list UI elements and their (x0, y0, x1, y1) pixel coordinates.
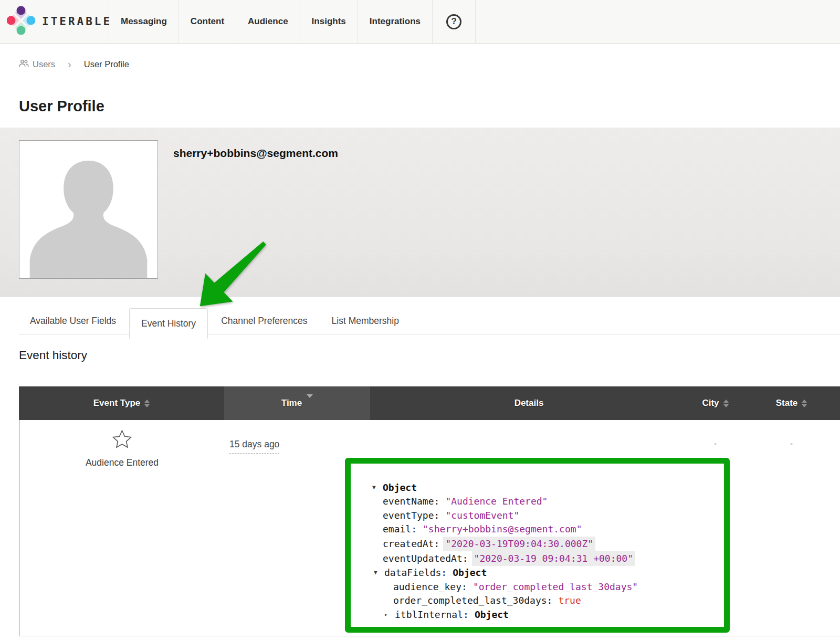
json-value-highlighted: "2020-03-19 09:04:31 +00:00" (472, 551, 635, 566)
help-icon: ? (446, 14, 461, 29)
json-value: "Audience Entered" (445, 495, 548, 508)
sort-desc-icon (307, 398, 313, 408)
state-value: - (790, 439, 793, 448)
column-label: City (702, 398, 719, 408)
json-key: eventName: (383, 495, 439, 508)
relative-time[interactable]: 15 days ago (229, 439, 279, 454)
sort-icon (802, 400, 807, 407)
json-line: audience_key: "order_completed_last_30da… (372, 580, 719, 594)
json-value: "order_completed_last_30days" (473, 580, 638, 594)
section-heading: Event history (19, 349, 87, 362)
city-value: - (714, 439, 717, 448)
json-object-label: Object (453, 566, 487, 580)
tab-label: Available User Fields (30, 316, 116, 327)
json-value: "sherry+bobbins@segment.com" (423, 522, 582, 536)
annotation-highlight-box: ▼ Object eventName: "Audience Entered" e… (345, 458, 730, 633)
json-value-boolean: true (558, 594, 581, 607)
json-value: "customEvent" (445, 509, 519, 522)
json-key: itblInternal: (395, 608, 469, 622)
json-key: email: (383, 522, 417, 536)
iterable-logo[interactable]: ITERABLE (0, 0, 109, 43)
json-line: eventType: "customEvent" (372, 509, 719, 522)
tab-list-membership[interactable]: List Membership (319, 308, 410, 334)
json-line: email: "sherry+bobbins@segment.com" (372, 522, 719, 536)
help-button[interactable]: ? (433, 0, 476, 43)
json-object-label: Object (475, 608, 509, 622)
breadcrumb-users-link[interactable]: Users (19, 59, 55, 69)
sort-icon (723, 400, 729, 407)
brand-name: ITERABLE (42, 15, 112, 28)
json-line-itblinternal: ▸ itblInternal: Object (372, 608, 719, 622)
tab-label: List Membership (332, 316, 399, 327)
nav-item-insights[interactable]: Insights (300, 0, 358, 43)
json-key: dataFields: (384, 566, 447, 580)
collapse-toggle-icon[interactable]: ▼ (372, 481, 383, 495)
json-line: order_completed_last_30days: true (372, 594, 719, 607)
json-line-root: ▼ Object (372, 481, 719, 495)
nav-item-content[interactable]: Content (179, 0, 236, 43)
json-key: eventType: (383, 509, 439, 522)
nav-item-messaging[interactable]: Messaging (109, 0, 179, 43)
column-header-city[interactable]: City (688, 386, 743, 420)
column-label: State (776, 398, 798, 408)
tab-label: Event History (141, 318, 196, 329)
json-line: createdAt: "2020-03-19T09:04:30.000Z" (372, 537, 719, 551)
event-type-label: Audience Entered (86, 457, 159, 468)
nav-item-label: Integrations (370, 16, 421, 27)
user-profile-page: ITERABLE Messaging Content Audience Insi… (0, 0, 840, 640)
breadcrumb-users-label: Users (33, 59, 55, 69)
json-object-label: Object (383, 481, 417, 495)
nav-item-label: Messaging (121, 16, 167, 27)
collapse-toggle-icon[interactable]: ▼ (374, 566, 384, 580)
json-line: eventUpdatedAt: "2020-03-19 09:04:31 +00… (372, 551, 719, 566)
cell-event-type: Audience Entered (20, 420, 224, 636)
tab-label: Channel Preferences (221, 316, 307, 327)
star-icon (112, 429, 132, 450)
nav-item-integrations[interactable]: Integrations (358, 0, 433, 43)
annotation-arrow-icon (192, 237, 270, 313)
nav-item-label: Content (191, 16, 224, 27)
users-icon (19, 59, 29, 69)
json-key: order_completed_last_30days: (393, 594, 552, 607)
json-key: createdAt: (383, 537, 439, 551)
json-line-datafields: ▼ dataFields: Object (372, 566, 719, 580)
profile-email: sherry+bobbins@segment.com (173, 147, 338, 160)
json-key: eventUpdatedAt: (383, 552, 468, 565)
json-key: audience_key: (393, 580, 467, 594)
json-line: eventName: "Audience Entered" (372, 495, 719, 508)
nav-item-label: Insights (312, 16, 346, 27)
column-header-details: Details (370, 386, 688, 420)
avatar (19, 140, 158, 279)
json-value-highlighted: "2020-03-19T09:04:30.000Z" (443, 537, 595, 551)
iterable-logo-icon (7, 6, 35, 37)
nav-item-label: Audience (248, 16, 288, 27)
column-header-event-type[interactable]: Event Type (19, 386, 224, 420)
nav-item-audience[interactable]: Audience (236, 0, 300, 43)
table-header: Event Type Time Details City (19, 386, 840, 420)
sort-icon (144, 400, 150, 407)
help-glyph: ? (451, 16, 456, 27)
column-header-state[interactable]: State (743, 386, 840, 420)
tab-available-user-fields[interactable]: Available User Fields (19, 308, 127, 334)
column-header-time[interactable]: Time (224, 386, 370, 420)
breadcrumb-current: User Profile (84, 59, 129, 69)
profile-hero: sherry+bobbins@segment.com (0, 128, 840, 297)
expand-toggle-icon[interactable]: ▸ (384, 608, 395, 622)
page-title: User Profile (19, 98, 104, 115)
column-label: Time (281, 398, 302, 408)
cell-state: - (743, 420, 840, 636)
column-label: Details (514, 398, 544, 408)
top-nav: ITERABLE Messaging Content Audience Insi… (0, 0, 840, 44)
breadcrumb: Users › User Profile (19, 59, 129, 69)
column-label: Event Type (93, 398, 140, 408)
chevron-right-icon: › (61, 59, 78, 69)
